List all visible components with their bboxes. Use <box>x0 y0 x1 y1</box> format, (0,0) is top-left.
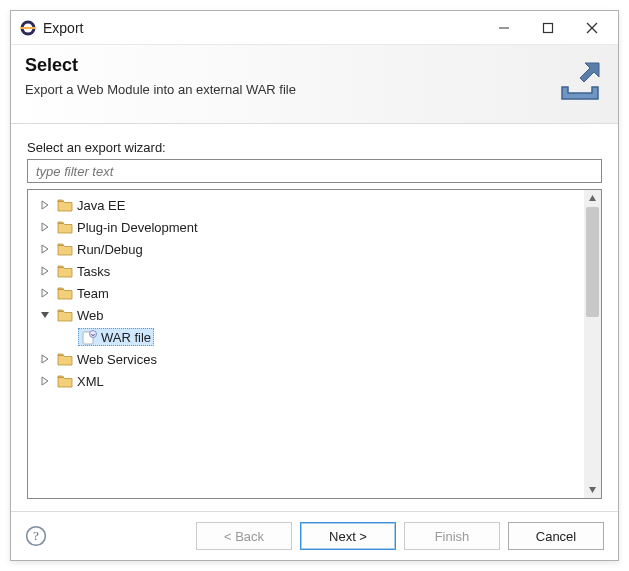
window-title: Export <box>43 20 482 36</box>
banner-description: Export a Web Module into an external WAR… <box>25 82 546 97</box>
tree-item[interactable]: Tasks <box>28 260 584 282</box>
close-button[interactable] <box>570 14 614 42</box>
svg-marker-10 <box>42 267 48 275</box>
scroll-down-button[interactable] <box>584 481 601 498</box>
help-button[interactable]: ? <box>25 525 47 547</box>
tree-item[interactable]: WAR file <box>28 326 584 348</box>
tree-item[interactable]: Web <box>28 304 584 326</box>
scrollbar[interactable] <box>584 190 601 498</box>
tree-item-label: Tasks <box>77 264 110 279</box>
svg-marker-7 <box>42 201 48 209</box>
cancel-button[interactable]: Cancel <box>508 522 604 550</box>
tree-container: Java EEPlug-in DevelopmentRun/DebugTasks… <box>27 189 602 499</box>
back-button[interactable]: < Back <box>196 522 292 550</box>
tree-item[interactable]: Web Services <box>28 348 584 370</box>
banner: Select Export a Web Module into an exter… <box>11 45 618 124</box>
app-icon <box>19 19 37 37</box>
body: Select an export wizard: Java EEPlug-in … <box>11 124 618 511</box>
svg-text:?: ? <box>33 528 39 543</box>
export-dialog: Export Select Export a Web Module into a… <box>10 10 619 561</box>
svg-marker-11 <box>42 289 48 297</box>
tree-item[interactable]: Plug-in Development <box>28 216 584 238</box>
tree-item[interactable]: Java EE <box>28 194 584 216</box>
footer: ? < Back Next > Finish Cancel <box>11 511 618 560</box>
tree-item-label: XML <box>77 374 104 389</box>
svg-marker-18 <box>589 487 596 493</box>
chevron-right-icon[interactable] <box>38 286 52 300</box>
titlebar: Export <box>11 11 618 45</box>
tree-item[interactable]: Run/Debug <box>28 238 584 260</box>
chevron-right-icon[interactable] <box>38 374 52 388</box>
chevron-down-icon[interactable] <box>38 308 52 322</box>
chevron-right-icon[interactable] <box>38 352 52 366</box>
svg-marker-8 <box>42 223 48 231</box>
scroll-thumb[interactable] <box>586 207 599 317</box>
svg-rect-4 <box>544 23 553 32</box>
banner-heading: Select <box>25 55 546 76</box>
tree-item-label: Team <box>77 286 109 301</box>
filter-input[interactable] <box>34 163 595 180</box>
svg-marker-17 <box>589 195 596 201</box>
svg-marker-15 <box>42 355 48 363</box>
export-icon <box>556 57 604 105</box>
wizard-tree[interactable]: Java EEPlug-in DevelopmentRun/DebugTasks… <box>28 190 584 498</box>
tree-item[interactable]: XML <box>28 370 584 392</box>
chevron-right-icon[interactable] <box>38 220 52 234</box>
next-button[interactable]: Next > <box>300 522 396 550</box>
tree-item-label: Plug-in Development <box>77 220 198 235</box>
wizard-label: Select an export wizard: <box>27 140 602 155</box>
tree-item-label: Run/Debug <box>77 242 143 257</box>
svg-marker-12 <box>41 312 49 318</box>
svg-marker-16 <box>42 377 48 385</box>
svg-marker-9 <box>42 245 48 253</box>
chevron-right-icon[interactable] <box>38 198 52 212</box>
svg-rect-2 <box>20 27 36 29</box>
finish-button[interactable]: Finish <box>404 522 500 550</box>
tree-item-label: Java EE <box>77 198 125 213</box>
tree-item-label: Web Services <box>77 352 157 367</box>
minimize-button[interactable] <box>482 14 526 42</box>
scroll-track[interactable] <box>584 207 601 481</box>
chevron-right-icon[interactable] <box>38 242 52 256</box>
tree-item-label: WAR file <box>101 330 151 345</box>
filter-box <box>27 159 602 183</box>
tree-item[interactable]: Team <box>28 282 584 304</box>
chevron-right-icon[interactable] <box>38 264 52 278</box>
scroll-up-button[interactable] <box>584 190 601 207</box>
maximize-button[interactable] <box>526 14 570 42</box>
tree-item-label: Web <box>77 308 104 323</box>
svg-point-14 <box>90 331 97 338</box>
